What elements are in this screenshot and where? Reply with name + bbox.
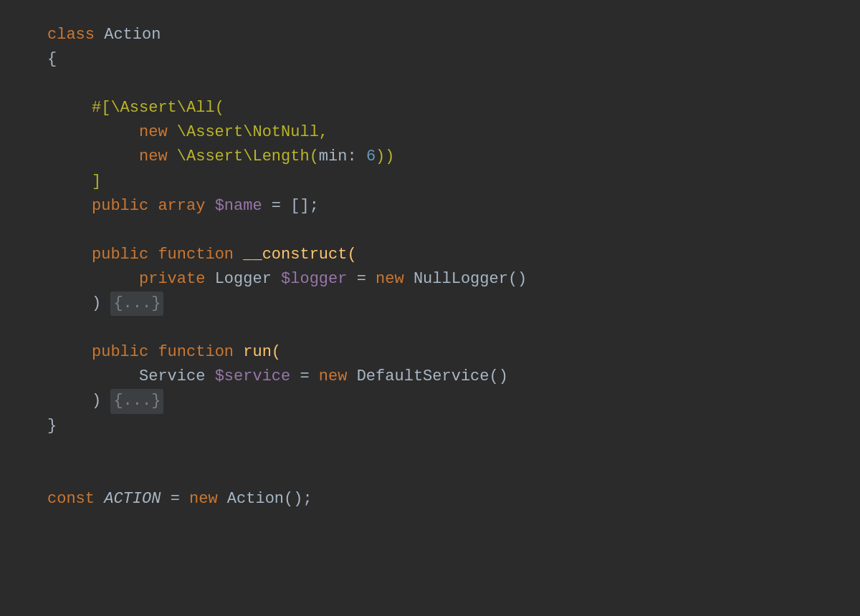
code-line — [0, 218, 860, 243]
token: Action — [104, 23, 161, 47]
code-line — [0, 72, 860, 96]
token: { — [47, 47, 57, 72]
token: $service — [215, 365, 291, 389]
code-line: new \Assert\Length(min: 6)) — [0, 145, 860, 169]
token: )) — [376, 145, 394, 169]
token: 6 — [366, 145, 376, 169]
token: private — [139, 267, 215, 292]
code-line — [0, 316, 860, 340]
token: new — [139, 145, 177, 169]
token: {...} — [110, 292, 163, 316]
token: = []; — [262, 194, 319, 218]
token: $name — [215, 194, 262, 218]
code-line: public array $name = []; — [0, 194, 860, 218]
token: DefaultService() — [357, 365, 508, 389]
token: = — [347, 267, 376, 292]
token: NullLogger() — [414, 267, 527, 292]
token: new — [319, 365, 357, 389]
code-line: public function __construct( — [0, 243, 860, 267]
token: public — [92, 243, 158, 267]
token: function — [158, 340, 243, 365]
code-editor: class Action{ #[\Assert\All(new \Assert\… — [0, 0, 860, 616]
token: array — [158, 194, 214, 218]
token: public — [92, 194, 158, 218]
code-line: public function run( — [0, 340, 860, 365]
token: new — [189, 487, 227, 511]
code-line — [0, 438, 860, 463]
token: class — [47, 23, 104, 47]
token: min: — [319, 145, 366, 169]
code-line: ] — [0, 170, 860, 194]
code-line: ) {...} — [0, 389, 860, 413]
token: ] — [92, 170, 101, 194]
token: Logger — [215, 267, 281, 292]
token: \Assert\Length( — [177, 145, 319, 169]
token: #[\Assert\All( — [92, 96, 224, 120]
token: = — [290, 365, 319, 389]
token: __construct( — [243, 243, 356, 267]
code-line: const ACTION = new Action(); — [0, 487, 860, 511]
token: \Assert\NotNull, — [177, 120, 328, 145]
code-line: class Action — [0, 23, 860, 47]
code-line: Service $service = new DefaultService() — [0, 365, 860, 389]
token: run( — [243, 340, 281, 365]
token: ) — [92, 389, 110, 413]
token: new — [376, 267, 414, 292]
code-line: private Logger $logger = new NullLogger(… — [0, 267, 860, 292]
code-line: } — [0, 414, 860, 438]
code-line: #[\Assert\All( — [0, 96, 860, 120]
token: ACTION — [104, 487, 161, 511]
token: const — [47, 487, 104, 511]
token: new — [139, 120, 177, 145]
token: public — [92, 340, 158, 365]
token: Action(); — [227, 487, 312, 511]
code-line — [0, 463, 860, 487]
token: ) — [92, 292, 110, 316]
code-line: new \Assert\NotNull, — [0, 120, 860, 145]
token: } — [47, 414, 57, 438]
token: function — [158, 243, 243, 267]
code-line: { — [0, 47, 860, 72]
code-line: ) {...} — [0, 292, 860, 316]
token: {...} — [110, 389, 163, 413]
token: = — [161, 487, 189, 511]
token: $logger — [281, 267, 347, 292]
token: Service — [139, 365, 215, 389]
